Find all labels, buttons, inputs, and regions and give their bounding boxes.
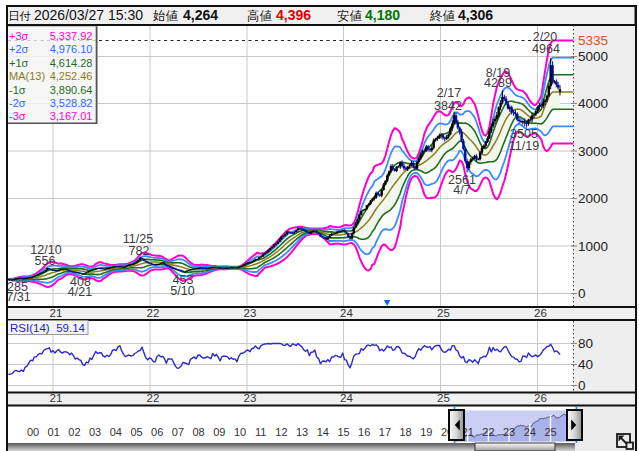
- svg-text:0: 0: [578, 286, 586, 301]
- svg-text:25: 25: [437, 307, 450, 319]
- svg-text:3,528.82: 3,528.82: [50, 97, 93, 109]
- svg-text:0: 0: [578, 378, 586, 393]
- svg-text:26: 26: [534, 392, 547, 404]
- svg-text:4,306: 4,306: [458, 7, 493, 23]
- svg-text:22: 22: [147, 392, 160, 404]
- svg-text:24: 24: [524, 426, 536, 438]
- svg-text:13: 13: [296, 426, 308, 438]
- svg-text:782: 782: [129, 244, 150, 258]
- svg-text:4289: 4289: [484, 76, 512, 90]
- svg-text:12: 12: [275, 426, 287, 438]
- svg-text:07: 07: [172, 426, 184, 438]
- svg-text:+3σ: +3σ: [9, 30, 29, 42]
- svg-text:03: 03: [89, 426, 101, 438]
- svg-text:4/7: 4/7: [453, 183, 470, 197]
- svg-text:2000: 2000: [578, 191, 608, 206]
- svg-text:02: 02: [68, 426, 80, 438]
- svg-text:3,890.64: 3,890.64: [50, 84, 93, 96]
- svg-text:556: 556: [35, 254, 56, 268]
- svg-text:4/21: 4/21: [68, 285, 92, 299]
- svg-text:23: 23: [503, 426, 515, 438]
- svg-text:80: 80: [578, 336, 593, 351]
- svg-text:21: 21: [50, 392, 63, 404]
- svg-text:日付: 日付: [8, 10, 31, 22]
- svg-text:7/31: 7/31: [6, 290, 30, 304]
- svg-text:4964: 4964: [532, 42, 560, 56]
- svg-text:4,252.46: 4,252.46: [50, 70, 93, 82]
- svg-text:-3σ: -3σ: [9, 110, 26, 122]
- svg-text:15: 15: [337, 426, 349, 438]
- svg-text:4,614.28: 4,614.28: [50, 57, 93, 69]
- svg-text:24: 24: [340, 307, 353, 319]
- svg-text:+1σ: +1σ: [9, 57, 29, 69]
- svg-text:14: 14: [317, 426, 329, 438]
- svg-text:4,396: 4,396: [276, 7, 311, 23]
- svg-text:4,264: 4,264: [183, 7, 218, 23]
- svg-text:3000: 3000: [578, 144, 608, 159]
- svg-text:00: 00: [27, 426, 39, 438]
- svg-text:06: 06: [151, 426, 163, 438]
- svg-text:01: 01: [48, 426, 60, 438]
- svg-text:59.14: 59.14: [56, 322, 85, 334]
- svg-text:4,180: 4,180: [365, 7, 400, 23]
- svg-text:4,976.10: 4,976.10: [50, 43, 93, 55]
- svg-text:09: 09: [213, 426, 225, 438]
- svg-text:5/10: 5/10: [170, 284, 194, 298]
- svg-text:04: 04: [110, 426, 122, 438]
- svg-text:40: 40: [578, 357, 593, 372]
- svg-text:22: 22: [482, 426, 494, 438]
- svg-text:08: 08: [192, 426, 204, 438]
- svg-text:25: 25: [437, 392, 450, 404]
- svg-text:26: 26: [534, 307, 547, 319]
- svg-text:2/17: 2/17: [437, 86, 461, 100]
- svg-text:始値: 始値: [152, 9, 179, 23]
- svg-text:21: 21: [50, 307, 63, 319]
- svg-text:5335: 5335: [578, 33, 608, 48]
- svg-text:18: 18: [399, 426, 411, 438]
- svg-text:10: 10: [234, 426, 246, 438]
- svg-text:1000: 1000: [578, 239, 608, 254]
- svg-text:25: 25: [544, 426, 556, 438]
- svg-text:22: 22: [147, 307, 160, 319]
- svg-text:-1σ: -1σ: [9, 84, 26, 96]
- svg-text:終値: 終値: [429, 9, 456, 23]
- svg-text:5000: 5000: [578, 49, 608, 64]
- svg-text:RSI(14): RSI(14): [10, 322, 50, 334]
- svg-text:23: 23: [244, 392, 257, 404]
- svg-text:19: 19: [420, 426, 432, 438]
- svg-text:05: 05: [130, 426, 142, 438]
- svg-text:+2σ: +2σ: [9, 43, 29, 55]
- svg-text:4000: 4000: [578, 96, 608, 111]
- svg-text:23: 23: [244, 307, 257, 319]
- svg-text:11/19: 11/19: [509, 139, 539, 153]
- svg-text:-2σ: -2σ: [9, 97, 26, 109]
- svg-text:5,337.92: 5,337.92: [50, 30, 93, 42]
- svg-text:2026/03/27 15:30: 2026/03/27 15:30: [34, 7, 143, 23]
- svg-text:安値: 安値: [337, 9, 363, 23]
- svg-text:24: 24: [340, 392, 353, 404]
- svg-text:3,167.01: 3,167.01: [50, 110, 93, 122]
- svg-text:16: 16: [358, 426, 370, 438]
- svg-text:高値: 高値: [247, 9, 273, 23]
- svg-text:MA(13): MA(13): [9, 70, 45, 82]
- svg-text:17: 17: [379, 426, 391, 438]
- svg-text:3842: 3842: [434, 99, 462, 113]
- svg-text:11: 11: [255, 426, 266, 438]
